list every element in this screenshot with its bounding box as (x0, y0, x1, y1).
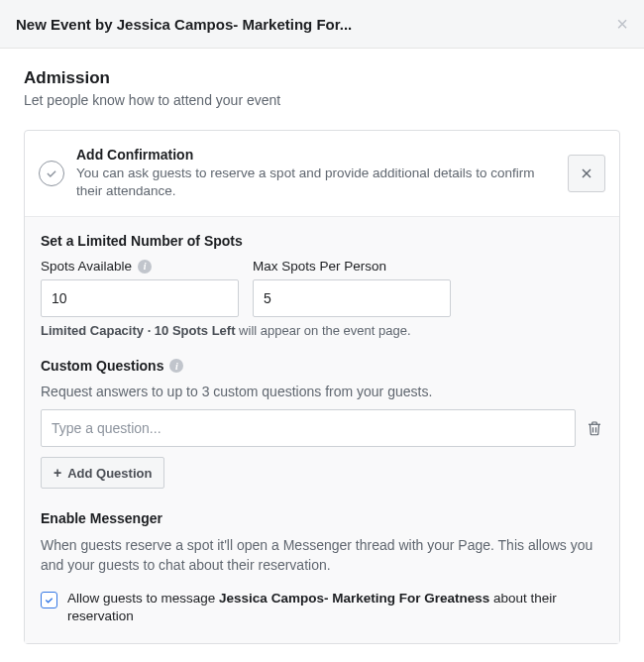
max-spots-field: Max Spots Per Person (253, 259, 451, 317)
dismiss-confirmation-button[interactable] (568, 155, 605, 192)
max-spots-label: Max Spots Per Person (253, 259, 451, 274)
allow-messages-row: Allow guests to message Jessica Campos- … (41, 590, 603, 625)
section-subheading: Let people know how to attend your event (24, 92, 620, 108)
custom-questions-heading: Custom Questions i (41, 358, 603, 374)
info-icon[interactable]: i (169, 359, 183, 373)
max-spots-input[interactable] (253, 279, 451, 317)
allow-bold: Jessica Campos- Marketing For Greatness (219, 591, 489, 606)
dialog-title: New Event by Jessica Campos- Marketing F… (16, 16, 352, 33)
info-icon[interactable]: i (138, 260, 152, 274)
confirmation-text: Add Confirmation You can ask guests to r… (76, 147, 556, 200)
spots-available-input[interactable] (41, 279, 239, 317)
question-row (41, 409, 603, 447)
dialog-header: New Event by Jessica Campos- Marketing F… (0, 0, 644, 49)
section-heading: Admission (24, 68, 620, 88)
plus-icon: + (54, 465, 61, 481)
confirmation-desc: You can ask guests to reserve a spot and… (76, 165, 556, 200)
enable-messenger-desc: When guests reserve a spot it'll open a … (41, 536, 603, 575)
enable-messenger-heading: Enable Messenger (41, 510, 603, 526)
trash-icon[interactable] (586, 418, 603, 438)
spots-row: Spots Available i Max Spots Per Person (41, 259, 603, 317)
spots-helper-rest: will appear on the event page. (236, 323, 411, 338)
custom-questions-desc: Request answers to up to 3 custom questi… (41, 384, 603, 399)
admission-card: Add Confirmation You can ask guests to r… (24, 130, 620, 644)
add-question-label: Add Question (67, 466, 152, 481)
allow-messages-label: Allow guests to message Jessica Campos- … (67, 590, 603, 625)
spots-available-label: Spots Available i (41, 259, 239, 274)
add-question-button[interactable]: + Add Question (41, 457, 164, 489)
allow-pre: Allow guests to message (67, 591, 219, 606)
confirmation-title: Add Confirmation (76, 147, 556, 163)
card-body: Set a Limited Number of Spots Spots Avai… (25, 216, 619, 643)
spots-helper-bold: Limited Capacity · 10 Spots Left (41, 323, 236, 338)
dialog-content: Admission Let people know how to attend … (0, 49, 644, 654)
spots-helper-text: Limited Capacity · 10 Spots Left will ap… (41, 323, 603, 338)
question-input[interactable] (41, 409, 576, 447)
spots-heading: Set a Limited Number of Spots (41, 233, 603, 249)
allow-messages-checkbox[interactable] (41, 592, 57, 608)
confirmation-banner: Add Confirmation You can ask guests to r… (25, 131, 619, 216)
close-icon[interactable]: × (616, 14, 628, 34)
spots-available-field: Spots Available i (41, 259, 239, 317)
check-circle-icon (39, 161, 64, 186)
custom-questions-heading-text: Custom Questions (41, 358, 163, 374)
spots-available-label-text: Spots Available (41, 259, 132, 274)
